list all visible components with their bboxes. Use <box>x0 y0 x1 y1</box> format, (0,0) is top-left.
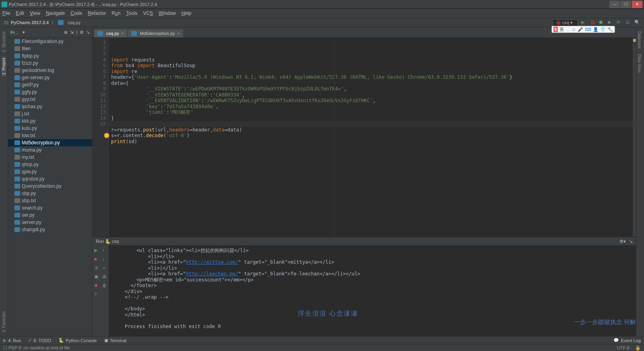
tree-item[interactable]: gyy.txt <box>8 96 92 103</box>
help-icon[interactable]: ? <box>94 292 99 297</box>
project-tree[interactable]: Fileconfiguration.pyfilenftpbp.pyfzszr.p… <box>8 38 92 336</box>
tree-item[interactable]: Md5decryption.py <box>8 139 92 146</box>
tool-favorites[interactable]: 2: Favorites <box>2 310 6 334</box>
hide-icon[interactable]: ↘ <box>629 239 633 244</box>
close-icon[interactable]: ✕ <box>121 31 124 36</box>
ime-emoji-icon[interactable]: ☺ <box>572 27 576 32</box>
status-left-icon[interactable]: ☐ <box>3 345 7 351</box>
gear-icon[interactable]: ⚙▾ <box>619 239 626 244</box>
tree-item[interactable]: Querycollection.py <box>8 183 92 190</box>
tree-item[interactable]: ggfy.py <box>8 88 92 96</box>
bottom-python-console[interactable]: 🐍Python Console <box>58 338 97 343</box>
ime-voice-icon[interactable]: 🎤 <box>578 27 583 32</box>
stop-icon[interactable]: ■ <box>608 20 613 25</box>
exit-icon[interactable]: ⏹ <box>94 274 99 279</box>
close-button[interactable]: ✕ <box>632 1 642 8</box>
tree-item[interactable]: qqrobot.py <box>8 175 92 183</box>
menu-window[interactable]: Window <box>159 10 176 16</box>
ime-lang[interactable]: 英 <box>559 27 564 33</box>
print-icon[interactable]: 🖶 <box>102 274 107 279</box>
ime-tool-icon[interactable]: 🔧 <box>607 27 613 32</box>
project-header-label[interactable]: Pr... <box>10 30 19 35</box>
tree-item[interactable]: get-server.py <box>8 74 92 81</box>
search-icon[interactable]: 🔍 <box>634 20 640 25</box>
tree-item[interactable]: filen <box>8 45 92 52</box>
update-icon[interactable]: ⟳ <box>617 20 622 25</box>
clear-icon[interactable]: 🗑 <box>102 283 107 288</box>
tree-item[interactable]: kkk.py <box>8 117 92 125</box>
coverage-icon[interactable]: ⬣ <box>599 20 605 25</box>
menu-edit[interactable]: Edit <box>16 10 24 16</box>
tab-md5[interactable]: Md5decryption.py ✕ <box>128 29 183 37</box>
pause-icon[interactable]: ⏸ <box>94 265 99 270</box>
up-icon[interactable]: ↑ <box>102 248 107 252</box>
ime-toolbar[interactable]: S 英 ， ☺ 🎤 ⌨ 👤 👕 🔧 <box>551 26 615 33</box>
console-output[interactable]: <ul class="links"><li>想起的刚刚问题</li> <li><… <box>109 245 636 336</box>
gear-icon[interactable]: ⚙ <box>80 30 84 35</box>
hide-icon[interactable]: ↘ <box>86 30 90 35</box>
menu-view[interactable]: View <box>30 10 40 16</box>
tree-item[interactable]: getIP.py <box>8 81 92 88</box>
tree-item[interactable]: ser.py <box>8 211 92 219</box>
run-config-select[interactable]: 🐞 csq ▾ <box>553 19 578 26</box>
menu-tools[interactable]: Tools <box>126 10 137 16</box>
stop-icon[interactable]: ■ <box>94 257 99 261</box>
tree-item[interactable]: muma.py <box>8 146 92 154</box>
soft-wrap-icon[interactable]: ⤶ <box>102 265 107 270</box>
tree-item[interactable]: ipchax.py <box>8 103 92 110</box>
menu-code[interactable]: Code <box>70 10 82 16</box>
tree-item[interactable]: shangdi.py <box>8 226 92 233</box>
status-encoding[interactable]: UTF-8 <box>617 345 630 351</box>
menu-file[interactable]: File <box>2 10 10 16</box>
close-icon[interactable]: ✖ <box>94 283 99 288</box>
minimize-button[interactable]: — <box>609 1 620 8</box>
status-lock-icon[interactable]: 🔓 <box>635 345 641 351</box>
tree-item[interactable]: search.py <box>8 204 92 211</box>
tool-database[interactable]: Database <box>636 30 642 50</box>
bottom-todo[interactable]: ✓6: TODO <box>28 338 51 343</box>
maximize-button[interactable]: ☐ <box>621 1 631 8</box>
tree-item[interactable]: ftpbp.py <box>8 52 92 60</box>
tool-project[interactable]: 1: Project <box>2 56 6 76</box>
menu-navigate[interactable]: Navigate <box>46 10 65 16</box>
ime-keyboard-icon[interactable]: ⌨ <box>585 27 591 32</box>
breadcrumb-root[interactable]: PyCharm 2017.2.4 <box>11 20 49 25</box>
code-body[interactable]: import requestsfrom bs4 import Beautiful… <box>109 38 632 236</box>
code-editor[interactable]: 123456789101112131415 import requestsfro… <box>93 38 636 236</box>
breadcrumb-file[interactable]: csq.py <box>68 20 80 25</box>
ime-punct-icon[interactable]: ， <box>566 27 570 33</box>
bottom-terminal[interactable]: ▣Terminal <box>104 338 127 343</box>
tree-item[interactable]: sbp.txt <box>8 197 92 204</box>
locate-icon[interactable]: ⊕ <box>64 30 68 35</box>
tree-item[interactable]: fzszr.py <box>8 60 92 67</box>
ime-user-icon[interactable]: 👤 <box>593 27 599 32</box>
settings-icon[interactable]: | <box>76 30 77 35</box>
tree-item[interactable]: j.txt <box>8 110 92 117</box>
tab-csq[interactable]: csq.py ✕ <box>94 29 127 37</box>
tree-item[interactable]: qhcp.py <box>8 161 92 168</box>
tool-structure[interactable]: 2: Structure <box>2 30 6 54</box>
rerun-icon[interactable]: ▶ <box>94 248 99 252</box>
menu-vcs[interactable]: VCS <box>143 10 153 16</box>
tree-item[interactable]: Fileconfiguration.py <box>8 38 92 45</box>
run-icon[interactable]: ▶ <box>581 20 587 25</box>
collapse-icon[interactable]: ⇲ <box>70 30 74 35</box>
menu-help[interactable]: Help <box>182 10 192 16</box>
tree-item[interactable]: low.txt <box>8 132 92 139</box>
error-stripe[interactable] <box>632 38 636 236</box>
bottom-run[interactable]: ▶4: Run <box>3 338 21 343</box>
structure-icon[interactable]: ☰ <box>625 20 631 25</box>
tree-item[interactable]: server.py <box>8 219 92 226</box>
down-icon[interactable]: ↓ <box>102 257 107 261</box>
intention-bulb-icon[interactable] <box>104 133 109 138</box>
tree-item[interactable]: kulu.py <box>8 125 92 132</box>
debug-icon[interactable]: 🐞 <box>590 20 596 25</box>
close-icon[interactable]: ✕ <box>177 31 180 36</box>
bottom-event-log[interactable]: 💬Event Log <box>613 338 641 343</box>
menu-run[interactable]: Run <box>111 10 120 16</box>
tree-item[interactable]: my.txt <box>8 154 92 161</box>
tree-item[interactable]: qpw.py <box>8 168 92 175</box>
ime-skin-icon[interactable]: 👕 <box>600 27 606 32</box>
tool-dataview[interactable]: Data View <box>636 53 642 74</box>
tree-item[interactable]: sbp.py <box>8 190 92 197</box>
